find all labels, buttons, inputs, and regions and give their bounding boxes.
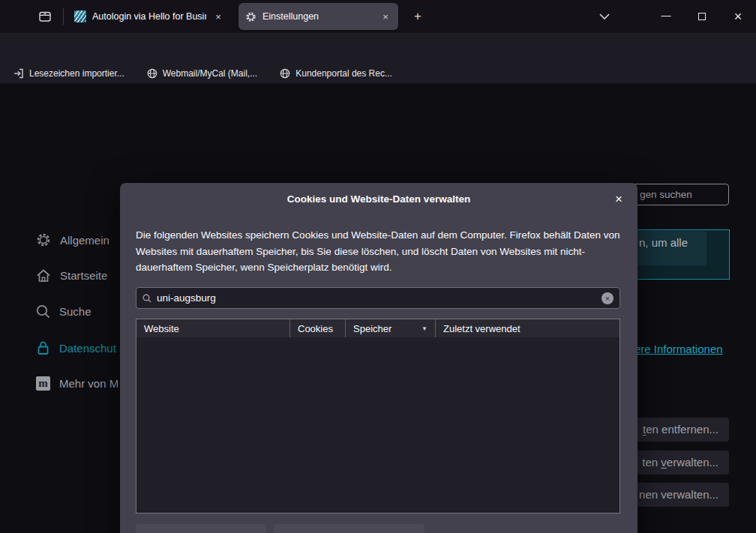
sidebar-item-mehr-von-mozilla[interactable]: m Mehr von M (36, 376, 118, 391)
home-icon (36, 268, 51, 283)
firefox-view-button[interactable] (35, 7, 55, 25)
sidebar-item-datenschutz[interactable]: Datenschut (36, 340, 116, 355)
gear-icon (245, 11, 256, 22)
sidebar-item-label: Startseite (60, 269, 107, 282)
dialog-description: Die folgenden Websites speichern Cookies… (136, 227, 623, 276)
chevron-down-icon (599, 13, 610, 19)
dialog-close-button[interactable]: × (609, 190, 628, 209)
sidebar-item-allgemein[interactable]: Allgemein (36, 232, 110, 247)
clear-search-icon[interactable]: × (602, 292, 614, 304)
label-accesskey: z (335, 531, 340, 533)
globe-icon (280, 68, 290, 79)
tab-close-icon[interactable]: × (212, 11, 224, 22)
sidebar-item-label: Datenschut (59, 342, 116, 355)
gear-icon (36, 232, 51, 247)
column-header-zuletzt-verwendet[interactable]: Zuletzt verwendet (435, 319, 620, 337)
sort-desc-icon: ▼ (422, 325, 428, 332)
settings-page-dimmed: Allgemein Startseite Suche Datenschut (0, 83, 756, 533)
dialog-title: Cookies und Website-Daten verwalten (120, 193, 638, 205)
tab-autologin[interactable]: Autologin via Hello for Business × (68, 4, 231, 29)
search-icon (36, 304, 50, 319)
bookmark-import[interactable]: Lesezeichen importier... (14, 68, 124, 79)
bookmark-webmail[interactable]: Webmail/MyCal (Mail,... (147, 68, 257, 79)
tab-list-dropdown-button[interactable] (590, 0, 620, 33)
ausgewaehlte-loeschen-button[interactable]: Ausgewählte löschen (136, 524, 266, 533)
browser-window: Autologin via Hello for Business × Einst… (0, 0, 756, 533)
minimize-icon: — (662, 10, 671, 21)
label-part: eigten löschen (340, 531, 405, 533)
weitere-informationen-link[interactable]: ere Informationen (634, 343, 723, 355)
mozilla-m-icon: m (36, 376, 50, 391)
tab-einstellungen[interactable]: Einstellungen × (238, 3, 398, 30)
bookmarks-toolbar: Lesezeichen importier... Webmail/MyCal (… (0, 63, 756, 83)
column-header-speicher[interactable]: Speicher ▼ (345, 319, 435, 337)
import-icon (14, 68, 24, 79)
tab-favicon (74, 10, 86, 22)
maximize-button[interactable] (687, 0, 717, 33)
table-header-row: Website Cookies Speicher ▼ Zuletzt verwe… (136, 319, 620, 337)
bookmark-label: Webmail/MyCal (Mail,... (163, 68, 257, 79)
site-data-table: Website Cookies Speicher ▼ Zuletzt verwe… (136, 319, 620, 514)
sidebar-item-label: Allgemein (60, 234, 110, 247)
minimize-button[interactable]: — (651, 0, 681, 33)
tab-close-icon[interactable]: × (380, 11, 392, 22)
navigation-toolbar: ← → Firefox about:preferences#privacy ☆ (0, 33, 756, 63)
label-part: Alle ange (292, 531, 334, 533)
sidebar-item-startseite[interactable]: Startseite (36, 268, 107, 283)
tab-bar: Autologin via Hello for Business × Einst… (0, 0, 756, 33)
label-part: erwalten... (667, 456, 718, 469)
sidebar-item-label: Suche (59, 305, 92, 318)
dialog-search-input[interactable] (157, 292, 596, 304)
dialog-search-field[interactable]: × (136, 287, 620, 309)
label-accesskey: v (661, 456, 667, 469)
globe-icon (147, 68, 158, 79)
firefox-view-icon (38, 9, 52, 24)
column-header-cookies[interactable]: Cookies (290, 319, 345, 337)
alle-angezeigten-loeschen-button[interactable]: Alle angezeigten löschen (274, 524, 424, 533)
table-body-empty (136, 337, 620, 513)
tab-title: Autologin via Hello for Business (92, 11, 206, 22)
window-close-button[interactable]: × (723, 0, 753, 33)
label-part: en entfernen... (646, 423, 718, 436)
column-header-website[interactable]: Website (136, 319, 290, 337)
bookmark-label: Kundenportal des Rec... (296, 68, 392, 79)
maximize-icon (698, 13, 706, 20)
bookmark-label: Lesezeichen importier... (29, 68, 124, 79)
bookmark-kundenportal[interactable]: Kundenportal des Rec... (280, 68, 392, 79)
sidebar-item-label: Mehr von M (59, 377, 118, 390)
new-tab-button[interactable]: + (409, 8, 427, 25)
lock-icon (36, 340, 50, 355)
label-part: ten (642, 456, 661, 469)
search-icon (142, 294, 152, 303)
tab-separator (63, 8, 64, 25)
cookies-dialog: Cookies und Website-Daten verwalten × Di… (120, 183, 638, 533)
tab-title: Einstellungen (262, 11, 374, 22)
sidebar-item-suche[interactable]: Suche (36, 304, 92, 319)
